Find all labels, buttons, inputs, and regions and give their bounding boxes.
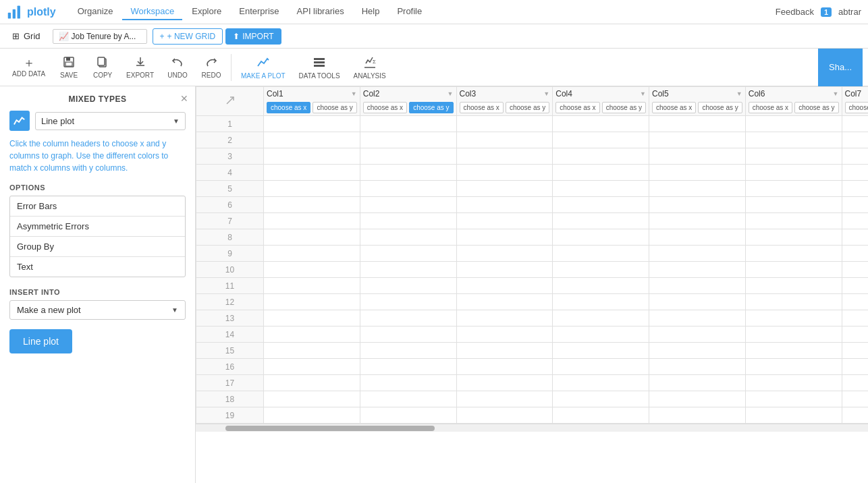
nav-profile[interactable]: Profile xyxy=(389,3,430,20)
data-cell[interactable] xyxy=(456,132,553,148)
scroll-thumb[interactable] xyxy=(225,426,435,431)
choose-x-col1[interactable]: choose as x xyxy=(267,102,310,113)
col-header-col2[interactable]: Col2▼choose as xchoose as y xyxy=(360,87,456,116)
data-cell[interactable] xyxy=(553,197,649,213)
analysis-button[interactable]: Σ ANALYSIS xyxy=(347,53,393,82)
data-cell[interactable] xyxy=(264,132,360,148)
data-cell[interactable] xyxy=(649,132,746,148)
option-text[interactable]: Text xyxy=(10,257,185,277)
data-cell[interactable] xyxy=(553,407,649,424)
data-cell[interactable] xyxy=(649,197,746,213)
horizontal-scrollbar[interactable] xyxy=(196,424,868,432)
data-cell[interactable] xyxy=(456,278,553,294)
data-cell[interactable] xyxy=(360,148,456,165)
option-asymmetric-errors[interactable]: Asymmetric Errors xyxy=(10,217,185,237)
data-cell[interactable] xyxy=(360,246,456,262)
line-plot-button[interactable]: Line plot xyxy=(9,329,72,353)
data-cell[interactable] xyxy=(456,326,553,343)
data-cell[interactable] xyxy=(649,310,746,326)
choose-y-col2[interactable]: choose as y xyxy=(409,102,453,113)
data-cell[interactable] xyxy=(264,165,360,181)
data-cell[interactable] xyxy=(649,294,746,310)
data-cell[interactable] xyxy=(745,246,842,262)
choose-x-col3[interactable]: choose as x xyxy=(460,102,504,113)
data-cell[interactable] xyxy=(553,343,649,359)
data-cell[interactable] xyxy=(745,181,842,197)
nav-help[interactable]: Help xyxy=(354,3,388,20)
data-cell[interactable] xyxy=(842,294,868,310)
data-cell[interactable] xyxy=(456,407,553,424)
data-cell[interactable] xyxy=(842,181,868,197)
choose-y-col3[interactable]: choose as y xyxy=(506,102,549,113)
data-cell[interactable] xyxy=(264,310,360,326)
data-cell[interactable] xyxy=(264,148,360,165)
data-cell[interactable] xyxy=(456,197,553,213)
data-cell[interactable] xyxy=(842,165,868,181)
data-cell[interactable] xyxy=(553,116,649,132)
data-cell[interactable] xyxy=(456,375,553,391)
col-header-col1[interactable]: Col1▼choose as xchoose as y xyxy=(264,87,360,116)
data-cell[interactable] xyxy=(360,197,456,213)
copy-button[interactable]: COPY xyxy=(86,53,119,82)
data-cell[interactable] xyxy=(745,213,842,229)
data-cell[interactable] xyxy=(553,262,649,278)
data-cell[interactable] xyxy=(745,310,842,326)
data-cell[interactable] xyxy=(842,375,868,391)
nav-workspace[interactable]: Workspace xyxy=(122,3,182,20)
data-cell[interactable] xyxy=(553,213,649,229)
data-cell[interactable] xyxy=(264,326,360,343)
data-cell[interactable] xyxy=(553,132,649,148)
data-cell[interactable] xyxy=(649,359,746,375)
data-cell[interactable] xyxy=(456,148,553,165)
data-cell[interactable] xyxy=(456,229,553,246)
data-cell[interactable] xyxy=(649,343,746,359)
data-cell[interactable] xyxy=(360,116,456,132)
choose-y-col6[interactable]: choose as y xyxy=(794,102,838,113)
data-cell[interactable] xyxy=(745,278,842,294)
data-cell[interactable] xyxy=(745,229,842,246)
data-cell[interactable] xyxy=(842,310,868,326)
data-cell[interactable] xyxy=(456,262,553,278)
data-cell[interactable] xyxy=(842,359,868,375)
data-cell[interactable] xyxy=(553,359,649,375)
data-cell[interactable] xyxy=(649,246,746,262)
data-cell[interactable] xyxy=(553,181,649,197)
data-cell[interactable] xyxy=(264,197,360,213)
data-cell[interactable] xyxy=(745,407,842,424)
import-button[interactable]: ⬆ IMPORT xyxy=(225,28,281,45)
chart-type-dropdown[interactable]: Line plot ▼ xyxy=(35,112,186,130)
data-cell[interactable] xyxy=(553,310,649,326)
data-cell[interactable] xyxy=(553,391,649,407)
data-cell[interactable] xyxy=(842,343,868,359)
data-cell[interactable] xyxy=(264,213,360,229)
choose-x-col5[interactable]: choose as x xyxy=(652,102,696,113)
col-header-col5[interactable]: Col5▼choose as xchoose as y xyxy=(649,87,746,116)
chevron-down-icon[interactable]: ▼ xyxy=(543,90,549,97)
data-cell[interactable] xyxy=(360,132,456,148)
data-cell[interactable] xyxy=(649,391,746,407)
undo-button[interactable]: UNDO xyxy=(161,53,194,82)
data-cell[interactable] xyxy=(456,391,553,407)
data-cell[interactable] xyxy=(649,326,746,343)
grid-area[interactable]: Col1▼choose as xchoose as yCol2▼choose a… xyxy=(196,86,868,483)
insert-dropdown[interactable]: Make a new plot ▼ xyxy=(9,300,186,320)
data-cell[interactable] xyxy=(649,262,746,278)
data-cell[interactable] xyxy=(842,116,868,132)
col-header-col4[interactable]: Col4▼choose as xchoose as y xyxy=(553,87,649,116)
data-cell[interactable] xyxy=(456,343,553,359)
feedback-button[interactable]: Feedback xyxy=(776,7,814,17)
data-cell[interactable] xyxy=(264,391,360,407)
data-cell[interactable] xyxy=(745,326,842,343)
data-cell[interactable] xyxy=(745,359,842,375)
data-cell[interactable] xyxy=(842,197,868,213)
nav-enterprise[interactable]: Enterprise xyxy=(231,3,287,20)
data-cell[interactable] xyxy=(649,116,746,132)
data-cell[interactable] xyxy=(649,278,746,294)
data-cell[interactable] xyxy=(360,165,456,181)
data-cell[interactable] xyxy=(264,343,360,359)
choose-x-col4[interactable]: choose as x xyxy=(555,102,599,113)
choose-y-col5[interactable]: choose as y xyxy=(698,102,742,113)
data-cell[interactable] xyxy=(360,229,456,246)
data-cell[interactable] xyxy=(649,407,746,424)
data-cell[interactable] xyxy=(842,262,868,278)
